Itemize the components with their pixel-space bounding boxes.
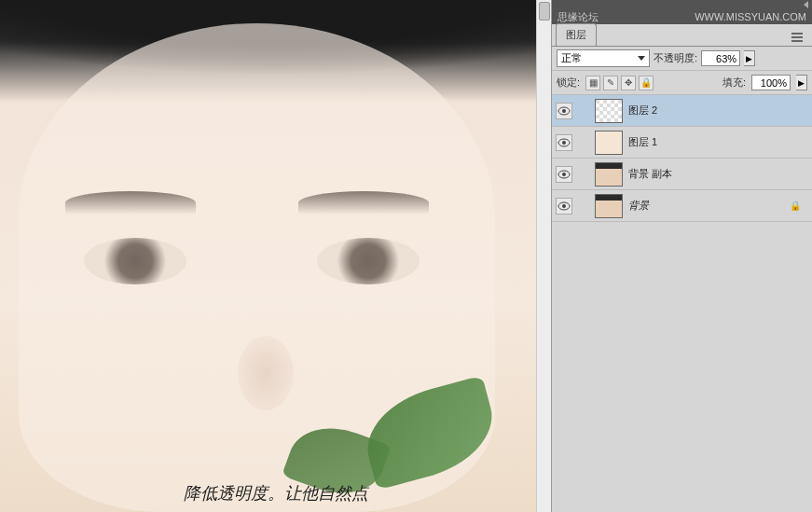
svg-point-3 <box>562 141 566 145</box>
watermark-forum: 思缘论坛 <box>557 10 599 24</box>
opacity-value: 63% <box>716 53 736 64</box>
lock-icon: 🔒 <box>790 201 801 211</box>
eye-left <box>84 238 186 284</box>
layer-name[interactable]: 背景 <box>628 199 649 213</box>
eye-icon <box>557 106 571 116</box>
visibility-toggle[interactable] <box>556 198 572 214</box>
lock-position-button[interactable]: ✥ <box>621 76 636 90</box>
eye-right <box>317 238 420 284</box>
layer-row[interactable]: 背景 🔒 <box>552 190 812 222</box>
lock-icons-group: ▦ ✎ ✥ 🔒 <box>585 76 654 90</box>
eye-icon <box>557 201 571 211</box>
collapse-arrow-icon <box>804 1 808 8</box>
opacity-label: 不透明度: <box>654 51 697 65</box>
eyebrow-right <box>298 191 429 214</box>
layer-name[interactable]: 背景 副本 <box>628 167 672 181</box>
svg-point-1 <box>562 109 566 113</box>
blend-mode-dropdown[interactable]: 正常 <box>557 49 650 67</box>
collapse-bar[interactable] <box>552 0 812 9</box>
dropdown-arrow-icon <box>638 56 645 61</box>
scroll-thumb[interactable] <box>539 2 550 21</box>
layer-thumbnail[interactable] <box>595 194 623 218</box>
visibility-toggle[interactable] <box>556 134 572 151</box>
nose-region <box>238 336 294 410</box>
visibility-toggle[interactable] <box>556 166 572 183</box>
eye-icon <box>557 138 571 147</box>
panel-tabs: 图层 <box>552 26 812 47</box>
layer-row[interactable]: 图层 2 <box>552 95 812 127</box>
watermark-row: 思缘论坛 WWW.MISSYUAN.COM <box>552 9 812 24</box>
lock-row: 锁定: ▦ ✎ ✥ 🔒 填充: 100% ▶ <box>552 71 812 95</box>
svg-point-7 <box>562 204 566 208</box>
layer-name[interactable]: 图层 1 <box>628 135 657 149</box>
eye-icon <box>557 170 571 179</box>
opacity-input[interactable]: 63% <box>701 50 740 66</box>
fill-value: 100% <box>761 77 787 89</box>
lock-label: 锁定: <box>557 76 580 90</box>
visibility-toggle[interactable] <box>556 103 572 119</box>
caption-text: 降低透明度。让他自然点 <box>184 482 368 505</box>
layer-row[interactable]: 图层 1 <box>552 127 812 159</box>
panel-menu-button[interactable] <box>788 29 806 46</box>
opacity-flyout-button[interactable]: ▶ <box>744 50 755 66</box>
svg-point-5 <box>562 173 566 176</box>
layer-name[interactable]: 图层 2 <box>628 104 657 118</box>
chevron-right-icon: ▶ <box>746 54 752 63</box>
lock-all-button[interactable]: 🔒 <box>639 76 654 90</box>
blend-mode-value: 正常 <box>561 51 582 65</box>
tab-layers[interactable]: 图层 <box>556 23 597 46</box>
fill-input[interactable]: 100% <box>751 75 791 90</box>
lock-transparency-button[interactable]: ▦ <box>585 76 600 90</box>
layers-list: 图层 2 图层 1 背景 副本 背景 🔒 <box>552 95 812 512</box>
vertical-scrollbar[interactable] <box>536 0 551 512</box>
canvas-area[interactable]: 降低透明度。让他自然点 <box>0 0 552 512</box>
chevron-right-icon: ▶ <box>798 78 805 88</box>
layer-thumbnail[interactable] <box>595 99 623 123</box>
layer-thumbnail[interactable] <box>595 162 623 187</box>
layer-row[interactable]: 背景 副本 <box>552 159 812 190</box>
lock-pixels-button[interactable]: ✎ <box>603 76 618 90</box>
blend-row: 正常 不透明度: 63% ▶ <box>552 47 812 71</box>
fill-label: 填充: <box>723 76 746 90</box>
fill-flyout-button[interactable]: ▶ <box>796 75 807 90</box>
eyebrow-left <box>65 191 196 214</box>
watermark-url: WWW.MISSYUAN.COM <box>695 11 806 22</box>
panels-sidebar: 思缘论坛 WWW.MISSYUAN.COM 图层 正常 不透明度: 63% ▶ … <box>552 0 812 512</box>
canvas-image: 降低透明度。让他自然点 <box>0 0 551 512</box>
layer-thumbnail[interactable] <box>595 131 623 155</box>
